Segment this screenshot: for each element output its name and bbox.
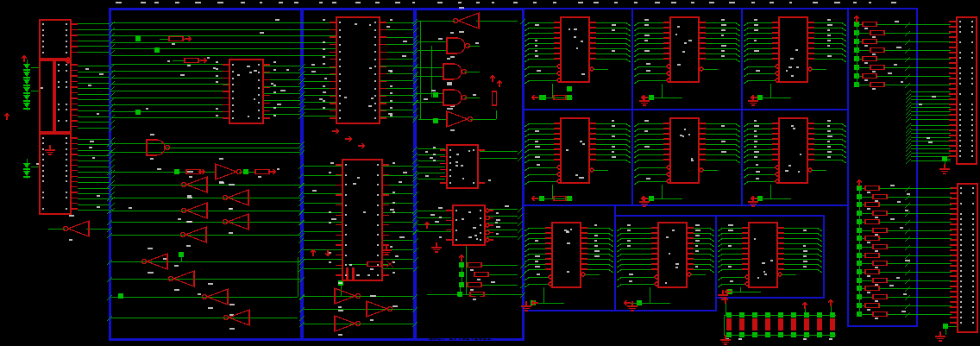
diode — [23, 64, 30, 70]
connector — [949, 17, 977, 164]
resistor — [255, 170, 269, 174]
ground-symbol — [431, 242, 442, 252]
nand-gate — [443, 90, 466, 105]
latch-module — [744, 118, 846, 198]
signal-arrow — [424, 222, 430, 229]
latch-module — [617, 223, 714, 303]
diode — [23, 95, 30, 101]
ic-chip — [223, 60, 270, 123]
signal-arrow — [624, 300, 631, 305]
signal-arrow — [490, 75, 495, 82]
signal-arrow — [828, 299, 833, 306]
signal-arrow — [345, 136, 352, 142]
pullup-resistor-bank — [857, 22, 951, 89]
connector-label-top-left: klic - F3 — [47, 8, 90, 16]
signal-arrow — [497, 80, 502, 87]
inverter-gate — [216, 164, 241, 179]
components — [346, 267, 355, 281]
signal-arrow — [4, 113, 9, 120]
signal-arrow — [459, 255, 464, 261]
signal-arrow — [269, 169, 276, 174]
ic-chip — [440, 145, 485, 188]
ic-chip — [330, 17, 386, 123]
latch-module — [634, 118, 740, 198]
signal-arrow — [332, 129, 339, 134]
signal-arrow — [531, 196, 538, 201]
resistor — [368, 262, 381, 267]
diode — [23, 72, 30, 78]
resistor — [468, 283, 481, 287]
diode — [23, 163, 30, 169]
latch-module — [525, 118, 631, 201]
signal-arrow — [200, 58, 207, 63]
latch-module — [744, 17, 846, 98]
schematic-page: klic - F3 klic - C6 klic - F3 JPR-1A rev… — [0, 0, 980, 346]
diode — [23, 87, 30, 93]
resistor — [468, 263, 481, 267]
nand-gate — [443, 64, 466, 79]
connector — [40, 60, 53, 132]
ground-symbol — [935, 331, 945, 341]
pullup-resistor-bank — [859, 186, 952, 318]
connector-label-mid-right: klic - F3 — [933, 172, 976, 180]
revision-text: rev. 1.0 — [429, 316, 462, 324]
ground-symbol — [45, 145, 55, 154]
diode — [23, 171, 30, 177]
resistor — [169, 37, 183, 41]
signal-arrow — [311, 249, 316, 256]
date-text: dne: 27.02.2011 — [429, 334, 491, 342]
resistor — [185, 59, 198, 63]
inverter-gate — [64, 221, 89, 236]
schematic-title: JPR-1A — [428, 292, 495, 312]
connector — [40, 134, 78, 214]
latch-module — [525, 223, 613, 303]
resistor — [493, 91, 497, 105]
signal-arrow — [857, 179, 862, 186]
wires — [27, 19, 958, 335]
signal-arrow — [802, 302, 807, 309]
connector-label-top-right: klic - C6 — [928, 3, 971, 12]
signal-arrow — [751, 196, 757, 201]
nand-gate — [447, 38, 469, 53]
connector — [950, 184, 977, 332]
signal-arrow — [531, 95, 538, 100]
diode — [23, 79, 30, 85]
latch-module — [634, 17, 740, 98]
signal-arrow — [854, 16, 859, 22]
diode — [23, 103, 30, 109]
resistor-ladder — [724, 315, 836, 335]
redrawn-by-text: prekreslil: EC1045.01 — [429, 325, 516, 333]
resistor — [474, 273, 488, 277]
signal-arrow — [751, 95, 757, 100]
inverter-gate — [454, 13, 479, 28]
inverter-gate — [447, 111, 472, 127]
connector — [40, 20, 78, 59]
signal-arrow — [185, 36, 192, 41]
signal-arrow — [22, 55, 27, 62]
signal-arrow — [358, 143, 365, 148]
bus-rails — [302, 9, 415, 339]
